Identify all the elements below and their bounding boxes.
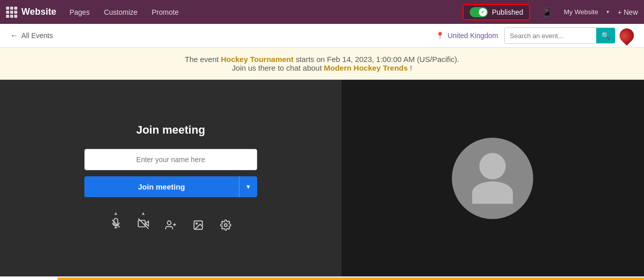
svg-point-11: [224, 224, 227, 227]
location-label: United Kingdom: [447, 32, 498, 40]
join-btn-row: Join meeting ▾: [84, 176, 257, 197]
settings-icon[interactable]: [220, 220, 231, 233]
logo-area: Website: [6, 7, 56, 18]
join-title: Join meeting: [136, 123, 205, 137]
banner-suffix: !: [408, 64, 412, 72]
avatar-body: [472, 181, 513, 204]
published-toggle[interactable]: ✓ Published: [463, 4, 531, 20]
pin-icon: 📍: [436, 32, 444, 40]
avatar-head: [479, 153, 506, 179]
new-button[interactable]: + New: [618, 8, 638, 16]
nav-customize[interactable]: Customize: [101, 6, 140, 18]
meeting-panel: Join meeting Join meeting ▾ ▲: [0, 80, 342, 276]
all-events-label: All Events: [21, 32, 53, 40]
cam-muted-icon[interactable]: [138, 218, 149, 232]
banner-line2: Join us there to chat about Modern Hocke…: [10, 64, 634, 72]
add-user-group: [165, 209, 176, 233]
odoo-drop-icon: [617, 25, 637, 46]
grid-icon[interactable]: [6, 7, 17, 18]
image-group: [193, 209, 204, 233]
my-website-link[interactable]: My Website: [564, 8, 598, 16]
banner-line1: The event Hockey Tournament starts on Fe…: [10, 55, 634, 64]
mic-control-group: ▲: [110, 210, 121, 232]
check-icon: ✓: [481, 10, 485, 15]
published-label: Published: [492, 8, 524, 16]
sub-navbar: ← All Events 📍 United Kingdom 🔍: [0, 24, 644, 48]
nav-pages[interactable]: Pages: [67, 6, 93, 18]
svg-marker-3: [145, 221, 148, 226]
toggle-knob: ✓: [479, 8, 487, 16]
settings-group: [220, 209, 231, 233]
event-banner: The event Hockey Tournament starts on Fe…: [0, 48, 644, 80]
avatar-circle: [452, 138, 533, 219]
banner-prefix: The event: [185, 55, 221, 64]
image-icon[interactable]: [193, 220, 204, 233]
svg-point-10: [196, 223, 197, 224]
banner-topic: Modern Hockey Trends: [324, 64, 408, 72]
cam-up-arrow[interactable]: ▲: [141, 210, 146, 216]
search-area: 🔍: [504, 27, 616, 44]
brand-name[interactable]: Website: [21, 7, 56, 17]
join-dropdown-arrow[interactable]: ▾: [239, 176, 257, 197]
toggle-switch: ✓: [470, 7, 488, 17]
mic-up-arrow[interactable]: ▲: [113, 210, 118, 216]
svg-point-6: [167, 221, 171, 224]
banner-middle: starts on Feb 14, 2023, 1:00:00 AM (US/P…: [293, 55, 459, 64]
search-button[interactable]: 🔍: [596, 28, 615, 43]
banner-join-prefix: Join us there to chat about: [232, 64, 324, 72]
bottom-bar: [57, 277, 644, 280]
banner-event-name: Hockey Tournament: [221, 55, 293, 64]
name-input[interactable]: [84, 149, 257, 170]
search-input[interactable]: [505, 29, 596, 43]
my-website-chevron: ▾: [606, 9, 609, 15]
top-navbar: Website Pages Customize Promote ✓ Publis…: [0, 0, 644, 24]
join-meeting-button[interactable]: Join meeting: [84, 176, 239, 197]
video-panel: [342, 80, 644, 276]
cam-control-group: ▲: [138, 210, 149, 232]
location-selector[interactable]: 📍 United Kingdom: [436, 32, 498, 40]
main-content: Join meeting Join meeting ▾ ▲: [0, 80, 644, 276]
controls-row: ▲ ▲: [110, 209, 231, 233]
back-arrow-icon: ←: [10, 31, 18, 40]
back-link[interactable]: ← All Events: [10, 31, 53, 40]
mobile-icon[interactable]: 📱: [538, 7, 556, 18]
add-user-icon[interactable]: [165, 220, 176, 233]
nav-promote[interactable]: Promote: [149, 6, 182, 18]
mic-muted-icon[interactable]: [110, 218, 121, 232]
